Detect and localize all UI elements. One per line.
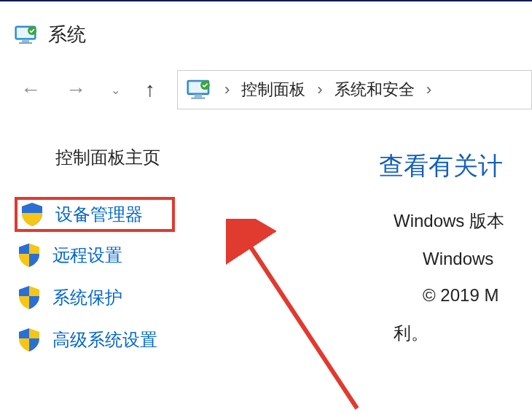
forward-button[interactable]: →	[66, 78, 86, 101]
shield-icon	[19, 201, 45, 228]
up-button[interactable]: ↑	[145, 78, 155, 101]
window-title: 系统	[48, 22, 86, 47]
breadcrumb-system-security[interactable]: 系统和安全	[335, 79, 415, 101]
svg-rect-8	[191, 98, 205, 99]
sidebar-item-advanced-settings[interactable]: 高级系统设置	[15, 324, 175, 356]
sidebar-item-device-manager[interactable]: 设备管理器	[15, 197, 175, 232]
breadcrumb-bar[interactable]: › 控制面板 › 系统和安全 ›	[177, 70, 532, 109]
system-icon	[187, 79, 213, 101]
content-heading: 查看有关计	[379, 150, 504, 183]
shield-icon	[16, 327, 42, 353]
content-area: 查看有关计 Windows 版本 Windows © 2019 M 利。	[379, 150, 504, 361]
window-title-area: 系统	[15, 22, 86, 47]
system-icon	[15, 25, 39, 45]
sidebar-item-remote-settings[interactable]: 远程设置	[15, 239, 175, 271]
chevron-right-icon: ›	[426, 80, 431, 99]
copyright-line: © 2019 M	[423, 285, 504, 306]
navigation-row: ← → ⌄ ↑ › 控制面板 › 系统和安全 ›	[20, 70, 532, 109]
annotation-arrow	[226, 219, 372, 415]
sidebar-item-label: 系统保护	[52, 286, 122, 309]
nav-arrows: ← → ⌄ ↑	[20, 78, 155, 101]
svg-rect-3	[19, 42, 32, 44]
sidebar-item-label: 高级系统设置	[52, 328, 157, 352]
rights-line: 利。	[394, 322, 504, 345]
window-top-border	[0, 0, 532, 1]
chevron-right-icon: ›	[224, 80, 230, 99]
shield-icon	[16, 284, 42, 311]
recent-dropdown[interactable]: ⌄	[111, 83, 120, 97]
sidebar-item-label: 远程设置	[52, 244, 122, 267]
windows-version-label: Windows 版本	[394, 209, 504, 233]
sidebar: 控制面板主页 设备管理器 远程设置	[15, 146, 175, 366]
svg-rect-7	[195, 94, 203, 97]
control-panel-home-link[interactable]: 控制面板主页	[55, 146, 175, 169]
back-button[interactable]: ←	[20, 78, 41, 101]
chevron-right-icon: ›	[317, 80, 322, 99]
windows-line: Windows	[423, 249, 504, 269]
sidebar-item-label: 设备管理器	[55, 203, 143, 226]
shield-icon	[16, 242, 42, 268]
svg-line-10	[244, 237, 357, 408]
svg-rect-2	[22, 39, 29, 42]
breadcrumb-control-panel[interactable]: 控制面板	[241, 79, 305, 101]
sidebar-item-system-protection[interactable]: 系统保护	[15, 282, 175, 314]
